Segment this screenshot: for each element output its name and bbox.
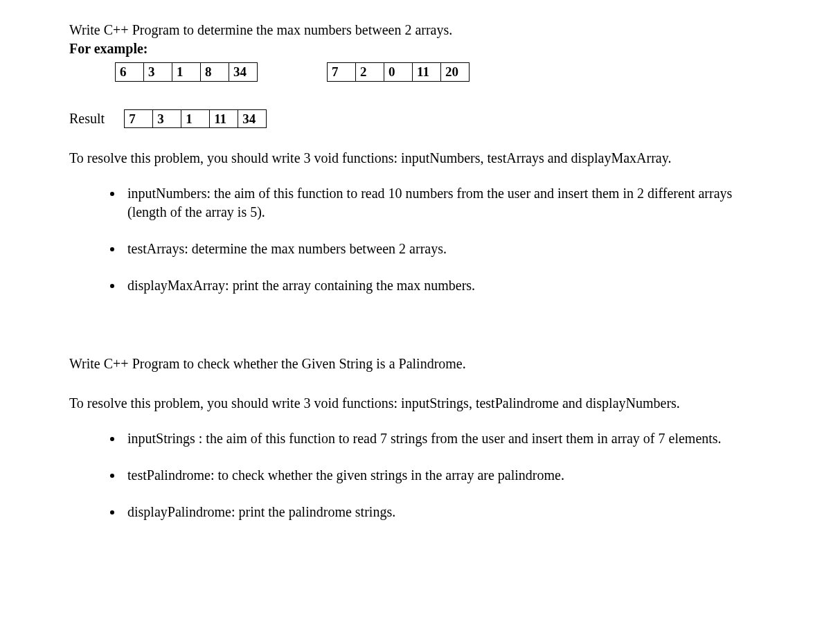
array-cell: 3 [144,63,172,82]
problem1-bullets: inputNumbers: the aim of this function t… [69,184,762,295]
array-cell: 34 [238,109,267,128]
array-cell: 3 [153,109,181,128]
for-example-label: For example: [69,39,762,58]
array1-table: 6 3 1 8 34 [115,62,258,82]
array-cell: 1 [172,63,201,82]
list-item: inputNumbers: the aim of this function t… [123,184,762,222]
array-cell: 1 [181,109,210,128]
result-array-table: 7 3 1 11 34 [124,109,267,129]
problem1-resolve: To resolve this problem, you should writ… [69,149,762,168]
array-cell: 8 [201,63,229,82]
array-cell: 20 [441,63,470,82]
list-item: inputStrings : the aim of this function … [123,429,762,448]
problem1-title: Write C++ Program to determine the max n… [69,21,762,39]
array-cell: 2 [356,63,384,82]
array-cell: 11 [210,109,238,128]
result-label: Result [69,109,105,128]
problem2-title: Write C++ Program to check whether the G… [69,355,762,373]
array-cell: 6 [116,63,144,82]
result-row: Result 7 3 1 11 34 [69,109,762,129]
list-item: testPalindrome: to check whether the giv… [123,466,762,485]
list-item: displayMaxArray: print the array contain… [123,276,762,295]
array-cell: 34 [229,63,258,82]
array-cell: 11 [413,63,441,82]
array-cell: 0 [384,63,413,82]
example-arrays-row: 6 3 1 8 34 7 2 0 11 20 [115,62,762,82]
problem2-bullets: inputStrings : the aim of this function … [69,429,762,521]
array-cell: 7 [125,109,153,128]
array2-table: 7 2 0 11 20 [327,62,470,82]
list-item: testArrays: determine the max numbers be… [123,240,762,258]
array-cell: 7 [328,63,356,82]
list-item: displayPalindrome: print the palindrome … [123,503,762,521]
problem2-resolve: To resolve this problem, you should writ… [69,394,762,413]
